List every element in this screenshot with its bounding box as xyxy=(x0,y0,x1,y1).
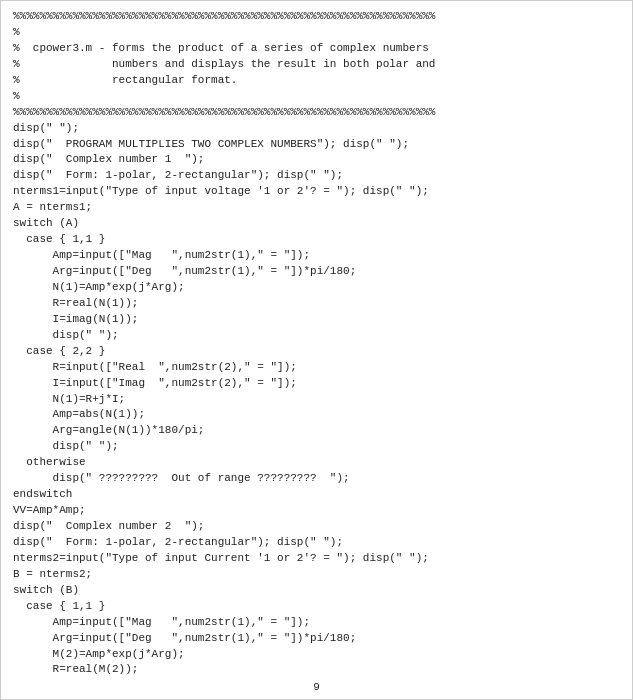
page-container: %%%%%%%%%%%%%%%%%%%%%%%%%%%%%%%%%%%%%%%%… xyxy=(0,0,633,700)
page-number: 9 xyxy=(313,681,320,693)
page-footer: 9 xyxy=(1,677,632,699)
code-content: %%%%%%%%%%%%%%%%%%%%%%%%%%%%%%%%%%%%%%%%… xyxy=(1,1,632,677)
